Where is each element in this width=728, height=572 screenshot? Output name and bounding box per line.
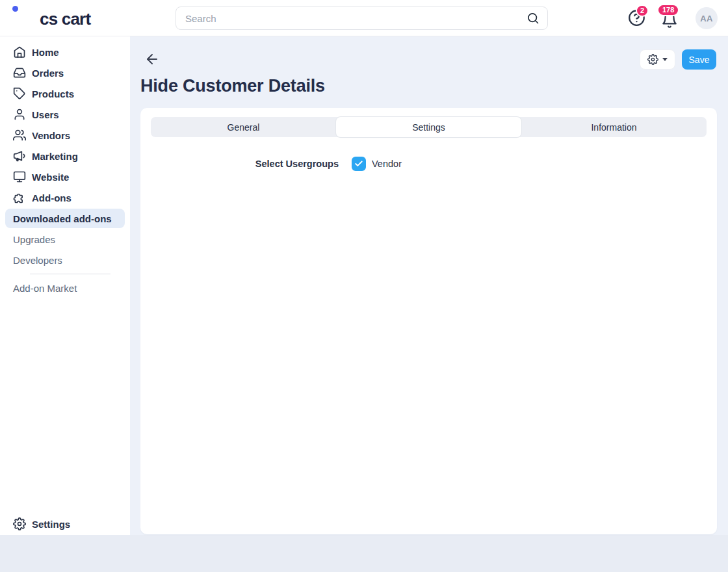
sidebar: Home Orders Products Users Vendors <box>0 36 130 535</box>
sidebar-item-users[interactable]: Users <box>0 104 130 125</box>
back-button[interactable] <box>144 51 160 67</box>
check-icon <box>354 159 363 168</box>
sidebar-item-label: Marketing <box>32 151 78 162</box>
top-bar: cs cart 2 178 AA <box>0 0 728 36</box>
help-button[interactable]: 2 <box>628 9 647 29</box>
sidebar-item-label: Orders <box>32 68 64 79</box>
tab-settings[interactable]: Settings <box>336 117 521 137</box>
home-icon <box>13 46 26 58</box>
avatar[interactable]: AA <box>696 7 718 29</box>
sidebar-divider <box>30 274 110 274</box>
chevron-down-icon <box>662 58 668 61</box>
help-badge: 2 <box>636 5 649 17</box>
sub-item-label: Downloaded add-ons <box>13 213 112 224</box>
gear-icon <box>13 517 26 530</box>
tab-label: Settings <box>412 122 445 133</box>
sidebar-item-label: Users <box>32 109 59 120</box>
monitor-icon <box>13 170 26 183</box>
addon-settings-card: General Settings Information Select User… <box>140 108 717 534</box>
usergroups-form-row: Select Usergroups Vendor <box>151 157 707 171</box>
page-title: Hide Customer Details <box>140 76 325 96</box>
search-bar <box>176 6 548 30</box>
cscart-logo-icon <box>14 10 33 29</box>
megaphone-icon <box>13 150 26 162</box>
sub-item-label: Add-on Market <box>13 283 77 294</box>
save-button[interactable]: Save <box>682 49 716 70</box>
sidebar-item-label: Website <box>32 172 69 183</box>
gear-icon <box>647 54 658 65</box>
tab-information[interactable]: Information <box>521 117 707 137</box>
notifications-badge: 178 <box>657 4 679 16</box>
sidebar-item-settings[interactable]: Settings <box>0 514 130 534</box>
tab-strip: General Settings Information <box>151 117 707 137</box>
sidebar-item-developers[interactable]: Developers <box>0 250 130 270</box>
sidebar-item-marketing[interactable]: Marketing <box>0 146 130 166</box>
sidebar-item-vendors[interactable]: Vendors <box>0 125 130 146</box>
tab-label: General <box>228 122 260 133</box>
puzzle-icon <box>13 191 26 204</box>
sidebar-item-home[interactable]: Home <box>0 42 130 62</box>
main-content: Save Hide Customer Details General Setti… <box>130 36 728 535</box>
sidebar-item-orders[interactable]: Orders <box>0 62 130 83</box>
sidebar-item-label: Home <box>32 47 59 58</box>
sidebar-item-products[interactable]: Products <box>0 83 130 104</box>
sidebar-item-label: Vendors <box>32 130 70 141</box>
sidebar-item-label: Products <box>32 88 74 99</box>
vendor-checkbox[interactable] <box>352 157 366 171</box>
sidebar-item-upgrades[interactable]: Upgrades <box>0 229 130 250</box>
cscart-logo[interactable]: cs cart <box>14 10 90 29</box>
tab-general[interactable]: General <box>151 117 336 137</box>
sidebar-item-downloaded-addons[interactable]: Downloaded add-ons <box>5 209 125 228</box>
users-icon <box>13 129 26 142</box>
logo-text: cs cart <box>40 10 90 29</box>
sidebar-item-website[interactable]: Website <box>0 166 130 187</box>
arrow-left-icon <box>144 51 160 67</box>
tag-icon <box>13 87 26 100</box>
inbox-icon <box>13 66 26 79</box>
actions-dropdown-button[interactable] <box>640 49 675 70</box>
search-input[interactable] <box>184 12 526 25</box>
search-icon[interactable] <box>526 12 540 25</box>
usergroups-label: Select Usergroups <box>151 159 339 169</box>
sidebar-item-addons[interactable]: Add-ons <box>0 187 130 208</box>
vendor-checkbox-label[interactable]: Vendor <box>372 159 402 169</box>
sidebar-item-addon-market[interactable]: Add-on Market <box>0 278 130 298</box>
notifications-button[interactable]: 178 <box>661 12 679 30</box>
user-icon <box>13 108 26 121</box>
sub-item-label: Developers <box>13 255 62 266</box>
sidebar-item-label: Add-ons <box>32 192 72 203</box>
tab-label: Information <box>591 122 636 133</box>
sidebar-item-label: Settings <box>32 519 70 530</box>
sub-item-label: Upgrades <box>13 234 55 245</box>
